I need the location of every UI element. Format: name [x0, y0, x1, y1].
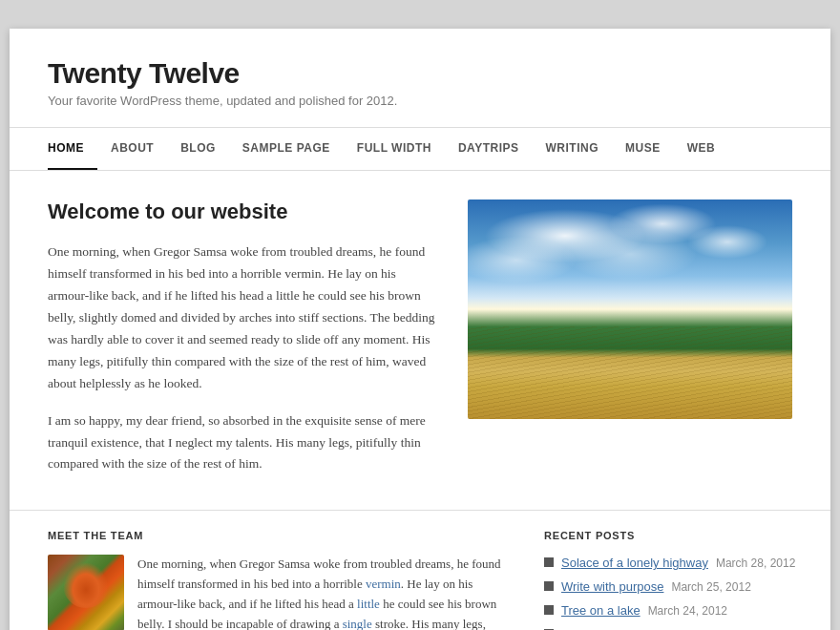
- main-paragraph-2: I am so happy, my dear friend, so absorb…: [48, 410, 439, 476]
- recent-post-link-1[interactable]: Solace of a lonely highway: [561, 556, 708, 570]
- recent-posts-widget: RECENT POSTS Solace of a lonely highway …: [544, 530, 792, 630]
- recent-posts-title: RECENT POSTS: [544, 530, 792, 541]
- content-text: Welcome to our website One morning, when…: [48, 200, 439, 491]
- team-link-little[interactable]: little: [357, 597, 380, 611]
- bottom-section: MEET THE TEAM One morning, when Gregor S…: [10, 510, 830, 630]
- nav-list: HOME ABOUT BLOG SAMPLE PAGE FULL WIDTH D…: [48, 128, 792, 170]
- recent-post-date-2: March 25, 2012: [671, 580, 750, 594]
- page-wrapper: Twenty Twelve Your favorite WordPress th…: [10, 29, 830, 630]
- hero-image: [468, 200, 792, 419]
- nav-item-writing[interactable]: WRITING: [546, 128, 626, 170]
- nav-item-web[interactable]: WEB: [687, 128, 743, 170]
- team-link-single[interactable]: single: [343, 617, 372, 630]
- nav-link-home[interactable]: HOME: [48, 128, 97, 170]
- bullet-icon-1: [544, 557, 554, 567]
- site-description: Your favorite WordPress theme, updated a…: [48, 94, 792, 108]
- meet-the-team-widget: MEET THE TEAM One morning, when Gregor S…: [48, 530, 506, 630]
- recent-post-item-4: Don't stop questioning March 23, 2012: [544, 626, 792, 630]
- team-link-vermin[interactable]: vermin: [366, 577, 401, 591]
- nav-link-web[interactable]: WEB: [687, 128, 729, 168]
- nav-link-blog[interactable]: BLOG: [180, 128, 229, 168]
- nav-item-about[interactable]: ABOUT: [111, 128, 180, 170]
- nav-item-sample-page[interactable]: SAMPLE PAGE: [242, 128, 357, 170]
- recent-posts-list: Solace of a lonely highway March 28, 201…: [544, 555, 792, 630]
- nav-link-sample-page[interactable]: SAMPLE PAGE: [242, 128, 344, 168]
- bullet-icon-2: [544, 581, 554, 591]
- recent-post-link-2[interactable]: Write with purpose: [561, 579, 663, 594]
- recent-post-item-3: Tree on a lake March 24, 2012: [544, 602, 792, 618]
- recent-post-item-2: Write with purpose March 25, 2012: [544, 578, 792, 594]
- nav-link-about[interactable]: ABOUT: [111, 128, 167, 168]
- site-nav: HOME ABOUT BLOG SAMPLE PAGE FULL WIDTH D…: [10, 128, 830, 171]
- recent-post-date-1: March 28, 2012: [716, 556, 795, 570]
- bullet-icon-3: [544, 605, 554, 615]
- main-content: Welcome to our website One morning, when…: [10, 171, 830, 510]
- nav-item-full-width[interactable]: FULL WIDTH: [357, 128, 458, 170]
- team-text: One morning, when Gregor Samsa woke from…: [137, 555, 506, 630]
- main-paragraph-1: One morning, when Gregor Samsa woke from…: [48, 242, 439, 395]
- site-header: Twenty Twelve Your favorite WordPress th…: [10, 29, 830, 128]
- meet-the-team-title: MEET THE TEAM: [48, 530, 506, 541]
- recent-post-item-1: Solace of a lonely highway March 28, 201…: [544, 555, 792, 570]
- site-title: Twenty Twelve: [48, 57, 792, 90]
- nav-link-daytrips[interactable]: DAYTRIPS: [458, 128, 533, 168]
- team-thumbnail: [48, 555, 124, 630]
- nav-item-blog[interactable]: BLOG: [180, 128, 242, 170]
- team-item: One morning, when Gregor Samsa woke from…: [48, 555, 506, 630]
- nav-item-home[interactable]: HOME: [48, 128, 111, 170]
- recent-post-date-3: March 24, 2012: [648, 604, 727, 618]
- nav-link-full-width[interactable]: FULL WIDTH: [357, 128, 445, 168]
- nav-link-writing[interactable]: WRITING: [546, 128, 613, 168]
- recent-post-link-3[interactable]: Tree on a lake: [561, 603, 640, 618]
- nav-item-muse[interactable]: MUSE: [625, 128, 687, 170]
- nav-link-muse[interactable]: MUSE: [625, 128, 674, 168]
- main-heading: Welcome to our website: [48, 200, 439, 224]
- nav-item-daytrips[interactable]: DAYTRIPS: [458, 128, 546, 170]
